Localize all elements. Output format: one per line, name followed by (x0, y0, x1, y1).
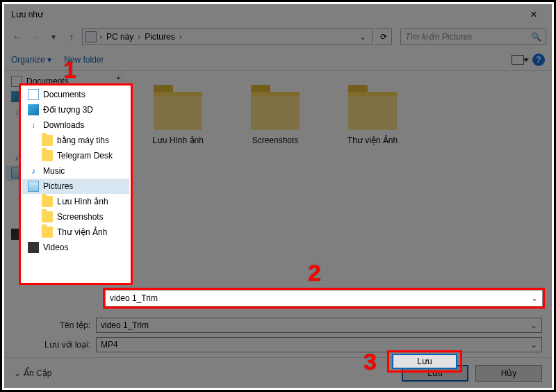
tree-item-label: Downloads (43, 120, 84, 130)
new-folder-button[interactable]: New folder (64, 55, 104, 65)
tree-item-label: Đối tượng 3D (43, 105, 93, 115)
filetype-label: Lưu với loại: (14, 340, 90, 350)
hide-folders-button[interactable]: ⌄ Ẩn Cặp (14, 368, 51, 378)
refresh-icon[interactable]: ⟳ (375, 28, 392, 45)
chevron-right-icon: › (99, 32, 102, 42)
search-placeholder: Tìm kiếm Pictures (405, 32, 531, 42)
save-form: Tên tệp: video 1_Trim ⌄ Lưu với loại: MP… (4, 311, 552, 357)
music-icon: ♪ (28, 165, 39, 177)
tree-item-label: Music (43, 166, 65, 176)
recent-dropdown-icon[interactable]: ▾ (46, 29, 61, 44)
pic-icon (28, 181, 39, 192)
up-icon[interactable]: ↑ (64, 29, 79, 44)
folder-icon (42, 150, 53, 161)
tree-item-label: Telegram Desk (57, 151, 113, 161)
footer: ⌄ Ẩn Cặp Lưu Hủy (4, 357, 552, 388)
tree-item-label: bằng máy tihs (57, 136, 109, 145)
tree-item[interactable]: Screenshots (22, 209, 129, 224)
pc-icon (85, 31, 97, 42)
folder-icon (42, 196, 53, 207)
highlighted-filename-input[interactable]: video 1_Trim ⌄ (105, 290, 543, 307)
tree-item[interactable]: ↓Downloads (22, 117, 129, 133)
cube-icon (28, 104, 39, 115)
forward-icon: → (28, 29, 43, 44)
tree-item-label: Pictures (43, 181, 73, 191)
vid-icon (28, 242, 39, 253)
tree-item-label: Lưu Hình ảnh (57, 197, 108, 206)
folder-icon (42, 135, 53, 146)
filename-label: Tên tệp: (14, 320, 90, 330)
chevron-down-icon[interactable]: ⌄ (531, 293, 538, 303)
tree-item[interactable]: Pictures (22, 179, 129, 194)
tree-item[interactable]: Videos (22, 240, 129, 255)
tree-item-label: Documents (26, 76, 69, 86)
folder-icon (348, 92, 397, 130)
tree-item[interactable]: Documents (22, 87, 129, 102)
folder-icon (42, 211, 53, 222)
chevron-down-icon[interactable]: ⌄ (530, 340, 537, 350)
breadcrumb-pictures[interactable]: Pictures (143, 32, 176, 42)
view-options-icon[interactable] (512, 55, 524, 65)
help-icon[interactable]: ? (532, 54, 545, 66)
chevron-down-icon: ⌄ (14, 368, 21, 378)
folder-label: Lưu Hình ảnh (152, 136, 204, 145)
folder-label: Screenshots (252, 136, 299, 145)
chevron-right-icon: › (179, 32, 182, 42)
back-icon[interactable]: ← (10, 29, 25, 44)
folder-item[interactable]: Lưu Hình ảnh (143, 92, 213, 145)
tree-item-label: Videos (43, 243, 68, 252)
chevron-right-icon: › (138, 32, 140, 42)
tree-item-label: Documents (43, 90, 85, 99)
toolbar: Organize ▾ New folder ? (4, 49, 552, 71)
cancel-button[interactable]: Hủy (475, 365, 542, 382)
nav-row: ← → ▾ ↑ › PC này › Pictures › ⌄ ⟳ Tìm ki… (4, 25, 552, 49)
organize-button[interactable]: Organize ▾ (11, 55, 51, 65)
folder-item[interactable]: Screenshots (240, 92, 310, 145)
tree-item[interactable]: bằng máy tihs (22, 133, 129, 148)
folder-item[interactable]: Thư viện Ảnh (338, 92, 407, 145)
address-bar[interactable]: › PC này › Pictures › ⌄ (82, 28, 373, 45)
filename-input[interactable]: video 1_Trim ⌄ (96, 318, 542, 333)
search-input[interactable]: Tìm kiếm Pictures 🔍 (400, 28, 546, 45)
chevron-down-icon[interactable]: ⌄ (530, 320, 537, 330)
address-dropdown-icon[interactable]: ⌄ (357, 32, 369, 42)
highlighted-save-button[interactable]: Lưu (392, 354, 457, 369)
titlebar: Lưu như × (4, 4, 552, 25)
filetype-select[interactable]: MP4 ⌄ (96, 337, 542, 352)
window-title: Lưu như (8, 10, 520, 19)
tree-item[interactable]: Telegram Desk (22, 148, 129, 163)
doc-icon (28, 89, 39, 100)
folder-content[interactable]: Lưu Hình ảnhScreenshotsThư viện Ảnh (122, 71, 552, 311)
folder-label: Thư viện Ảnh (348, 136, 398, 145)
folder-icon (251, 92, 300, 130)
folder-icon (42, 227, 53, 238)
dl-icon: ↓ (28, 120, 39, 131)
close-icon[interactable]: × (520, 8, 548, 21)
breadcrumb-pc[interactable]: PC này (105, 32, 135, 42)
search-icon: 🔍 (531, 32, 541, 42)
scroll-up-icon[interactable]: ▴ (117, 74, 120, 81)
folder-icon (154, 92, 202, 130)
tree-item[interactable]: Lưu Hình ảnh (22, 194, 129, 209)
tree-item[interactable]: Thư viện Ảnh (22, 224, 129, 240)
tree-item-label: Thư viện Ảnh (57, 227, 107, 237)
highlighted-tree: DocumentsĐối tượng 3D↓Downloadsbằng máy … (21, 85, 131, 283)
tree-item-label: Screenshots (57, 212, 104, 222)
tree-item[interactable]: Đối tượng 3D (22, 102, 129, 117)
tree-item[interactable]: ♪Music (22, 163, 129, 179)
